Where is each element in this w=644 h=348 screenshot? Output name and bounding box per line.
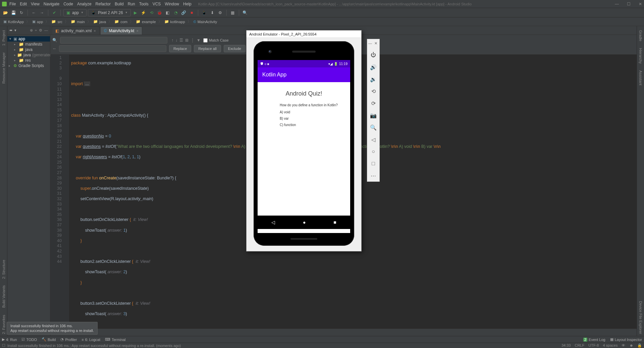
tab-mainactivity-kt[interactable]: ©MainActivity.kt× [100, 26, 142, 35]
search-everywhere-icon[interactable]: 🔍 [242, 9, 249, 16]
tree-gradle-scripts[interactable]: ▸⚙Gradle Scripts [7, 63, 50, 68]
tab-hierarchy[interactable]: Hierarchy [639, 46, 643, 66]
more-emu-icon[interactable]: ⋯ [370, 172, 377, 179]
indent[interactable]: 4 spaces [603, 343, 618, 348]
window-maximize[interactable]: ☐ [627, 2, 631, 6]
crumb-com[interactable]: 📁com [113, 19, 129, 24]
close-icon[interactable]: × [94, 29, 96, 33]
nav-home-icon[interactable]: ● [303, 220, 306, 225]
overview-emu-icon[interactable]: □ [370, 160, 377, 167]
tab-build-variants[interactable]: Build Variants [2, 283, 6, 310]
menu-help[interactable]: Help [183, 2, 192, 6]
debug-icon[interactable]: 🐞 [156, 9, 163, 16]
tool-logcat[interactable]: ≡ 6: Logcat [82, 338, 100, 342]
inspection-icon[interactable]: 👁 [622, 343, 625, 348]
replace-button[interactable]: Replace [169, 45, 191, 52]
layout-inspector-icon[interactable]: ▦ [229, 9, 236, 16]
tree-java[interactable]: ▸📁java [7, 47, 50, 52]
coverage-icon[interactable]: ◧ [164, 9, 171, 16]
tab-favorites[interactable]: 2: Favorites [2, 313, 6, 336]
tab-gradle[interactable]: Gradle [639, 28, 643, 43]
encoding[interactable]: UTF-8 [588, 343, 599, 348]
build-hammer-icon[interactable]: ✔ [51, 9, 58, 16]
select-all-icon[interactable]: ☰ [179, 38, 183, 43]
menu-view[interactable]: View [31, 2, 40, 6]
menu-run[interactable]: Run [128, 2, 135, 6]
menu-tools[interactable]: Tools [139, 2, 149, 6]
phone-screen[interactable]: ⛊ ⊙ ▦ ▾◢ 🔋11:19 Kotlin App Android Quiz!… [258, 60, 350, 233]
tab-assistant[interactable]: Assistant [639, 68, 643, 88]
match-case-checkbox[interactable]: Match Case [203, 38, 229, 43]
tab-structure[interactable]: 2: Structure [2, 258, 6, 281]
crumb-app[interactable]: ▣app [31, 19, 44, 24]
window-minimize[interactable]: — [615, 2, 619, 6]
sync-icon[interactable]: ↻ [18, 9, 25, 16]
tool-layout-inspector[interactable]: ▦ Layout Inspector [610, 337, 642, 342]
exclude-button[interactable]: Exclude [224, 45, 246, 52]
settings-icon[interactable]: ⚙ [39, 28, 42, 33]
tab-device-file-explorer[interactable]: Device File Explorer [639, 299, 643, 336]
crumb-kotlinapp[interactable]: 📁kotlinapp [163, 19, 186, 24]
apply-changes-icon[interactable]: ⚡ [140, 9, 147, 16]
nav-recent-icon[interactable]: ■ [333, 220, 336, 225]
zoom-icon[interactable]: 🔍 [370, 124, 377, 131]
emu-minimize-icon[interactable]: — [368, 41, 372, 45]
menu-window[interactable]: Window [165, 2, 179, 6]
settings-icon[interactable]: ⚙ [217, 9, 224, 16]
line-ending[interactable]: CRLF [575, 343, 584, 348]
back-icon[interactable]: ← [31, 9, 37, 16]
run-config-dropdown[interactable]: ▣app▼ [63, 9, 87, 16]
toggle-icon[interactable]: ⋮ [191, 38, 195, 43]
save-icon[interactable]: 💾 [10, 9, 17, 16]
power-icon[interactable]: ⏻ [370, 51, 377, 59]
attach-debugger-icon[interactable]: 🔗 [180, 9, 187, 16]
crumb-mainactivity[interactable]: ©MainActivity [192, 20, 219, 24]
crumb-project[interactable]: ▣KotlinApp [2, 19, 25, 24]
back-emu-icon[interactable]: ◁ [370, 136, 377, 143]
menu-build[interactable]: Build [115, 2, 124, 6]
menu-refactor[interactable]: Refactor [96, 2, 111, 6]
device-dropdown[interactable]: 📱Pixel 2 API 26▼ [88, 9, 131, 16]
menu-analyze[interactable]: Analyze [77, 2, 92, 6]
tool-event-log[interactable]: 2 Event Log [583, 337, 605, 342]
replace-all-button[interactable]: Replace all [194, 45, 221, 52]
add-selection-icon[interactable]: ⊞ [185, 38, 189, 43]
camera-icon[interactable]: 📷 [370, 112, 377, 119]
emu-close-icon[interactable]: ✕ [374, 41, 378, 45]
collapse-icon[interactable]: ÷ [35, 28, 37, 33]
volume-up-icon[interactable]: 🔊 [370, 63, 377, 71]
target-icon[interactable]: ⊕ [30, 28, 33, 33]
menu-vcs[interactable]: VCS [153, 2, 161, 6]
tree-res[interactable]: ▸📁res [7, 58, 50, 63]
avd-manager-icon[interactable]: 📱 [201, 9, 208, 16]
home-emu-icon[interactable]: ○ [370, 148, 377, 155]
find-input[interactable] [60, 37, 167, 44]
tab-project[interactable]: 1: Project [2, 28, 6, 48]
replace-input[interactable] [59, 45, 166, 52]
rotate-right-icon[interactable]: ⟳ [370, 100, 377, 107]
tree-app[interactable]: ▼▣app [7, 36, 50, 42]
rotate-left-icon[interactable]: ⟲ [370, 88, 377, 95]
menu-file[interactable]: File [9, 2, 16, 6]
profile-icon[interactable]: ◔ [172, 9, 179, 16]
sdk-manager-icon[interactable]: ⬇ [209, 9, 216, 16]
crumb-main[interactable]: 📁main [69, 19, 86, 24]
tool-terminal[interactable]: ⌨ Terminal [105, 337, 126, 342]
volume-down-icon[interactable]: 🔉 [370, 75, 377, 83]
tool-run[interactable]: ▶ 4: Run [2, 337, 17, 342]
menu-navigate[interactable]: Navigate [44, 2, 59, 6]
prev-match-icon[interactable]: ↑ [171, 38, 173, 43]
memory-icon[interactable]: ☻ [629, 343, 633, 348]
tab-activity-main-xml[interactable]: ◧activity_main.xml× [52, 26, 100, 35]
forward-icon[interactable]: → [39, 9, 45, 16]
tree-manifests[interactable]: ▸📁manifests [7, 42, 50, 47]
nav-back-icon[interactable]: ◁ [271, 220, 275, 225]
android-view-label[interactable]: ▾ [14, 28, 16, 33]
next-match-icon[interactable]: ↓ [175, 38, 177, 43]
window-close[interactable]: ✕ [639, 2, 642, 6]
run-icon[interactable]: ▶ [132, 9, 139, 16]
crumb-example[interactable]: 📁example [135, 19, 157, 24]
tool-profiler[interactable]: ◔ Profiler [60, 337, 77, 342]
tool-build[interactable]: 🔨 Build [42, 337, 56, 342]
hide-icon[interactable]: — [44, 28, 48, 33]
